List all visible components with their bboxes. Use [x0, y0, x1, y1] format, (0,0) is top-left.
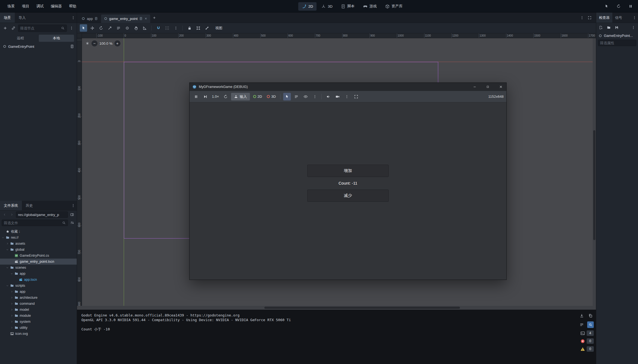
close-window-button[interactable]: [495, 83, 506, 91]
save-output-button[interactable]: [578, 312, 585, 319]
scale-tool-button[interactable]: [106, 24, 113, 32]
open-script-button[interactable]: [69, 43, 75, 49]
skeleton-options-button[interactable]: [203, 24, 211, 32]
history-forward-button[interactable]: [9, 212, 15, 218]
filesystem-dock-menu-button[interactable]: [70, 202, 77, 209]
chevron-right-icon[interactable]: [10, 326, 13, 329]
select-list-button[interactable]: [293, 93, 300, 100]
time-scale-value[interactable]: 1.0×: [211, 94, 220, 99]
tab-script-icon[interactable]: [94, 17, 98, 20]
file-tree-item-scripts-app[interactable]: app: [0, 289, 77, 295]
file-tree-item-command[interactable]: command: [0, 301, 77, 307]
chevron-right-icon[interactable]: [10, 290, 13, 293]
warning-count-badge[interactable]: 0: [580, 346, 594, 352]
file-tree-item-utility[interactable]: utility: [0, 325, 77, 331]
asterisk-icon[interactable]: [85, 41, 90, 46]
zoom-level[interactable]: 100.0 %: [99, 42, 113, 46]
workspace-assetlib-button[interactable]: 资产库: [382, 2, 406, 11]
group-selected-button[interactable]: [194, 24, 202, 32]
local-button[interactable]: 本地: [39, 35, 74, 42]
chevron-right-icon[interactable]: [6, 242, 9, 245]
reset-speed-button[interactable]: [222, 93, 229, 100]
visibility-button[interactable]: [302, 93, 309, 100]
file-tree-item-global[interactable]: global: [0, 247, 77, 253]
selection-options-button[interactable]: [311, 93, 319, 100]
filter-nodes-field[interactable]: [18, 25, 67, 32]
smart-snap-toggle[interactable]: [155, 24, 162, 32]
file-tree-item-assets[interactable]: assets: [0, 241, 77, 247]
workspace-game-button[interactable]: 游戏: [359, 2, 380, 11]
file-tree-item-res[interactable]: res://: [0, 235, 77, 241]
view-menu[interactable]: 视图: [213, 26, 225, 31]
filter-files-field[interactable]: [2, 220, 68, 226]
copy-output-button[interactable]: [587, 312, 594, 319]
scene-tab-game-entry-point[interactable]: game_entry_point: [101, 14, 150, 23]
chevron-right-icon[interactable]: [10, 296, 13, 299]
current-path-input[interactable]: [18, 213, 66, 217]
file-tree-item-system[interactable]: system: [0, 319, 77, 325]
chevron-down-icon[interactable]: [2, 236, 4, 239]
pointer-control-button[interactable]: [603, 3, 610, 10]
camera-options-button[interactable]: [343, 93, 351, 100]
vertical-scrollbar[interactable]: [593, 38, 596, 306]
pick-2d-button[interactable]: 2D: [252, 93, 264, 100]
increase-button[interactable]: 增加: [307, 165, 389, 177]
tab-import[interactable]: 导入: [15, 13, 29, 23]
file-tree-item-gameentrypoint-cs[interactable]: GameEntryPoint.cs: [0, 253, 77, 259]
inspector-dock-menu-button[interactable]: [631, 14, 638, 21]
scene-tree-root-node[interactable]: GameEntryPoint: [0, 43, 77, 50]
menu-debug[interactable]: 调试: [33, 4, 47, 9]
tab-history[interactable]: 历史: [22, 201, 37, 210]
close-icon[interactable]: [144, 17, 147, 20]
inspector-extra-menu-button[interactable]: [630, 24, 637, 31]
new-scene-tab-button[interactable]: [151, 14, 158, 21]
select-tool-button[interactable]: [80, 24, 87, 32]
filter-properties-input[interactable]: [600, 41, 634, 45]
ruler-tool-button[interactable]: [141, 24, 148, 32]
horizontal-scrollbar-thumb[interactable]: [264, 307, 460, 309]
file-tree-item-icon-svg[interactable]: icon.svg: [0, 331, 77, 337]
file-tree-item-module[interactable]: module: [0, 313, 77, 319]
file-tree-item-architecture[interactable]: architecture: [0, 295, 77, 301]
file-tree-item-game-entry-point-tscn[interactable]: game_entry_point.tscn: [0, 259, 77, 265]
scene-tab-app[interactable]: app: [79, 14, 101, 23]
file-tree-item-model[interactable]: model: [0, 307, 77, 313]
pick-3d-button[interactable]: 3D: [265, 93, 277, 100]
menu-scene[interactable]: 场景: [4, 4, 18, 9]
file-tree-item-scenes-app[interactable]: app: [0, 271, 77, 277]
minimize-button[interactable]: [469, 83, 480, 91]
error-count-badge[interactable]: 0: [580, 338, 594, 344]
embed-fullscreen-button[interactable]: [352, 93, 360, 100]
filter-files-input[interactable]: [4, 221, 60, 225]
current-path-field[interactable]: [16, 211, 68, 218]
filter-properties-field[interactable]: [598, 40, 636, 46]
pivot-tool-button[interactable]: [123, 24, 131, 32]
game-window-titlebar[interactable]: MyGFrameworkGame (DEBUG): [190, 83, 506, 91]
vertical-scrollbar-thumb[interactable]: [593, 130, 595, 240]
snap-options-button[interactable]: [172, 24, 179, 32]
restart-button[interactable]: [615, 3, 622, 10]
list-select-tool-button[interactable]: [115, 24, 122, 32]
rotate-tool-button[interactable]: [97, 24, 105, 32]
debug-camera-button[interactable]: [334, 93, 341, 100]
chevron-right-icon[interactable]: [10, 302, 13, 305]
chevron-right-icon[interactable]: [10, 320, 13, 323]
distraction-free-button[interactable]: [586, 14, 593, 21]
grid-snap-toggle[interactable]: [163, 24, 171, 32]
filter-nodes-input[interactable]: [20, 26, 59, 30]
chevron-down-icon[interactable]: [6, 266, 9, 269]
file-tree-item-scripts[interactable]: scripts: [0, 283, 77, 289]
remote-button[interactable]: 远程: [3, 35, 38, 42]
next-frame-button[interactable]: [202, 93, 209, 100]
input-toggle-button[interactable]: 输入: [231, 93, 250, 100]
file-tree-item-scenes[interactable]: scenes: [0, 265, 77, 271]
maximize-button[interactable]: [482, 83, 493, 91]
workspace-2d-button[interactable]: 2D: [298, 2, 317, 11]
workspace-3d-button[interactable]: 3D: [318, 2, 336, 11]
mute-audio-button[interactable]: [324, 93, 332, 100]
add-node-button[interactable]: [2, 25, 9, 32]
menu-help[interactable]: 帮助: [66, 4, 80, 9]
decrease-button[interactable]: 减少: [307, 190, 389, 202]
tab-inspector[interactable]: 检查器: [596, 13, 612, 23]
menu-project[interactable]: 项目: [18, 4, 33, 9]
